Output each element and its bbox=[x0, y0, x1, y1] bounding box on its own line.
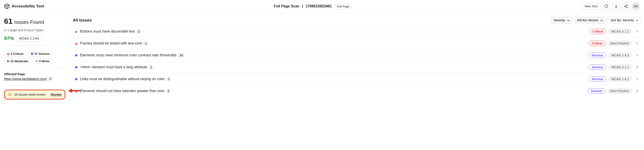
serious-icon bbox=[74, 90, 78, 92]
sidebar: 61 Issues Found in 1 page and 8 Issue Ty… bbox=[0, 13, 70, 104]
external-link-icon[interactable] bbox=[49, 77, 52, 80]
review-link[interactable]: Review bbox=[51, 93, 62, 96]
wcag-pill: Best Practice bbox=[608, 88, 632, 94]
chevron-right-icon bbox=[636, 30, 638, 32]
severity-pill: Serious bbox=[588, 88, 605, 94]
issue-title: Frames should be tested with axe-core bbox=[80, 41, 142, 45]
severity-filter[interactable]: Severity bbox=[551, 17, 572, 24]
issue-row[interactable]: Links must be distinguishable without re… bbox=[73, 73, 641, 85]
issue-count: 1 bbox=[143, 41, 149, 46]
critical-icon bbox=[7, 53, 9, 55]
issue-title: Links must be distinguishable without re… bbox=[80, 77, 165, 81]
review-banner: 20 Issues need review Review bbox=[4, 90, 66, 100]
logo-title: Accessibility Tool bbox=[4, 3, 44, 9]
wcag-version-filter[interactable]: WCAG Version bbox=[574, 17, 605, 24]
minor-icon bbox=[36, 60, 38, 62]
filter-row: Severity WCAG Version Sort By: Severity bbox=[551, 17, 641, 24]
wcag-pill: Best Practice bbox=[608, 41, 632, 46]
issue-count: 1 bbox=[166, 76, 172, 82]
download-button[interactable] bbox=[612, 2, 620, 10]
severity-pill: Critical bbox=[590, 29, 606, 34]
header-center: Full Page Scan | 1708515923481 Full Page bbox=[47, 4, 578, 9]
minor-count-pill[interactable]: 0 Minor bbox=[33, 58, 53, 64]
all-issues-title: All Issues bbox=[73, 18, 551, 23]
download-icon bbox=[614, 4, 618, 8]
avatar[interactable]: AC bbox=[632, 2, 640, 10]
serious-icon bbox=[74, 54, 78, 56]
issues-label: Issues Found bbox=[14, 19, 44, 25]
chevron-right-icon bbox=[636, 90, 638, 92]
refresh-icon bbox=[604, 4, 608, 8]
serious-icon bbox=[31, 53, 33, 55]
app-title: Accessibility Tool bbox=[12, 4, 44, 8]
pass-percentage: 97% bbox=[4, 36, 14, 41]
issue-count: 1 bbox=[148, 65, 154, 70]
critical-icon bbox=[74, 30, 78, 32]
issue-title: Elements must meet minimum color contras… bbox=[80, 53, 176, 57]
main-header: All Issues Severity WCAG Version Sort By… bbox=[73, 17, 641, 24]
pass-row: 97% WCAG 2.1 AA bbox=[4, 36, 66, 41]
severity-summary: 3 Critical 37 Serious 21 Moderate 0 Mino… bbox=[4, 51, 66, 64]
scan-id: 1708515923481 bbox=[306, 4, 332, 8]
serious-icon bbox=[74, 78, 78, 80]
wcag-pill: WCAG 1.4.3 bbox=[608, 52, 632, 58]
logo-icon bbox=[4, 3, 10, 9]
wcag-pill: WCAG 3.1.1 bbox=[608, 64, 632, 70]
serious-icon bbox=[74, 66, 78, 68]
severity-pill: Serious bbox=[589, 52, 606, 58]
issue-count: 34 bbox=[178, 53, 184, 58]
header-actions: New Test AC bbox=[582, 2, 640, 10]
moderate-icon bbox=[7, 60, 9, 62]
issue-title: <html> element must have a lang attribut… bbox=[80, 65, 147, 69]
chevron-down-icon bbox=[567, 19, 570, 21]
serious-count-pill[interactable]: 37 Serious bbox=[28, 51, 52, 56]
affected-page-label: Affected Page bbox=[4, 72, 66, 76]
issues-list: Buttons must have discernible text2Criti… bbox=[73, 25, 641, 97]
chevron-right-icon bbox=[636, 78, 638, 80]
scan-label: Full Page Scan bbox=[274, 4, 300, 8]
review-text: 20 Issues need review bbox=[14, 93, 48, 96]
moderate-count-pill[interactable]: 21 Moderate bbox=[4, 58, 31, 64]
severity-pill: Serious bbox=[589, 64, 606, 70]
app-header: Accessibility Tool Full Page Scan | 1708… bbox=[0, 0, 644, 13]
issue-row[interactable]: Elements must meet minimum color contras… bbox=[73, 49, 641, 61]
affected-page-section: Affected Page https://www.lambdatest.com… bbox=[4, 72, 66, 80]
issue-title: Elements should not have tabindex greate… bbox=[80, 89, 164, 93]
svg-point-5 bbox=[10, 95, 10, 96]
divider bbox=[4, 45, 66, 46]
issues-subtext: in 1 page and 8 Issue Types bbox=[4, 28, 66, 32]
refresh-button[interactable] bbox=[602, 2, 610, 10]
sort-by-dropdown[interactable]: Sort By: Severity bbox=[608, 17, 641, 24]
chevron-right-icon bbox=[636, 54, 638, 56]
chevron-right-icon bbox=[636, 42, 638, 44]
divider: | bbox=[302, 4, 303, 8]
critical-count-pill[interactable]: 3 Critical bbox=[4, 51, 26, 56]
severity-pill: Serious bbox=[589, 76, 606, 82]
divider bbox=[4, 68, 66, 68]
issue-title: Buttons must have discernible text bbox=[80, 30, 135, 33]
wcag-pill: WCAG 4.1.2 bbox=[608, 29, 632, 34]
chevron-down-icon bbox=[636, 19, 638, 21]
full-page-pill: Full Page bbox=[334, 4, 352, 9]
critical-icon bbox=[74, 42, 78, 44]
affected-page-link[interactable]: https://www.lambdatest.com/ bbox=[4, 77, 47, 80]
new-test-button[interactable]: New Test bbox=[582, 3, 600, 10]
issue-row[interactable]: Elements should not have tabindex greate… bbox=[73, 85, 641, 97]
issues-count: 61 bbox=[4, 17, 12, 26]
issue-row[interactable]: Buttons must have discernible text2Criti… bbox=[73, 25, 641, 37]
issue-row[interactable]: Frames should be tested with axe-core1Cr… bbox=[73, 37, 641, 49]
chevron-right-icon bbox=[636, 66, 638, 68]
share-icon bbox=[624, 4, 628, 8]
alert-icon bbox=[8, 92, 12, 96]
issue-count: 2 bbox=[136, 29, 142, 34]
wcag-pill: WCAG 1.4.1 bbox=[608, 76, 632, 82]
main-content: All Issues Severity WCAG Version Sort By… bbox=[70, 13, 644, 104]
issue-row[interactable]: <html> element must have a lang attribut… bbox=[73, 61, 641, 73]
share-button[interactable] bbox=[622, 2, 630, 10]
severity-pill: Critical bbox=[589, 41, 605, 46]
chevron-down-icon bbox=[600, 19, 603, 21]
wcag-standard-pill: WCAG 2.1 AA bbox=[16, 36, 42, 41]
issue-count: 1 bbox=[166, 88, 171, 94]
issues-found: 61 Issues Found bbox=[4, 17, 66, 26]
